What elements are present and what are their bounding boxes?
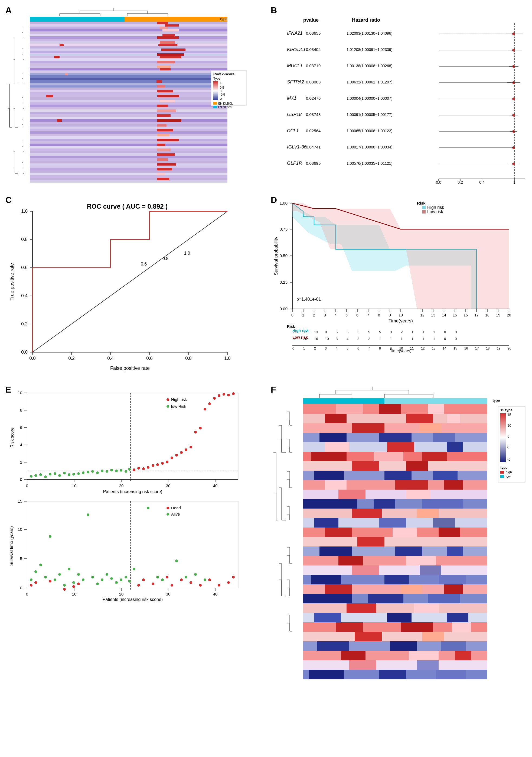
svg-rect-5 [30, 24, 227, 27]
svg-point-475 [152, 583, 154, 585]
svg-rect-536 [303, 499, 357, 508]
svg-rect-500 [379, 404, 401, 414]
svg-rect-511 [379, 433, 411, 442]
svg-rect-98 [30, 173, 227, 175]
svg-rect-3 [30, 22, 227, 24]
svg-text:1: 1 [433, 337, 435, 341]
svg-text:17: 17 [475, 347, 479, 350]
svg-rect-40 [30, 78, 227, 80]
svg-text:15 type: 15 type [500, 408, 513, 412]
svg-rect-87 [157, 153, 175, 156]
svg-text:10: 10 [507, 423, 511, 428]
svg-text:CCL1: CCL1 [287, 128, 299, 133]
svg-text:0.8: 0.8 [162, 256, 168, 261]
svg-rect-222 [422, 210, 426, 214]
pvalue-header: pvalue [303, 17, 319, 23]
svg-point-400 [194, 431, 197, 434]
svg-rect-521 [303, 461, 487, 470]
svg-text:5: 5 [347, 330, 349, 334]
svg-text:0.50: 0.50 [280, 253, 288, 258]
svg-rect-70 [30, 127, 227, 129]
svg-text:10: 10 [17, 527, 22, 531]
svg-point-454 [110, 577, 113, 580]
svg-rect-104 [60, 44, 64, 46]
svg-point-365 [30, 475, 33, 478]
svg-point-373 [68, 473, 70, 476]
svg-text:20: 20 [119, 483, 124, 488]
svg-text:8: 8 [336, 337, 338, 341]
svg-text:30: 30 [166, 483, 171, 488]
svg-rect-99 [157, 173, 165, 175]
svg-rect-601 [379, 670, 406, 679]
svg-rect-31 [157, 61, 175, 63]
svg-text:5: 5 [357, 330, 359, 334]
svg-point-439 [39, 563, 42, 566]
svg-text:0: 0 [293, 347, 294, 350]
svg-text:1: 1 [422, 337, 424, 341]
svg-rect-56 [30, 105, 227, 107]
svg-rect-540 [352, 508, 382, 518]
svg-text:1.0: 1.0 [21, 209, 28, 214]
survival-y-label: Survival probability [273, 236, 279, 275]
svg-rect-58 [30, 107, 227, 109]
svg-text:40: 40 [213, 483, 218, 488]
svg-text:IGLV1-36: IGLV1-36 [287, 144, 306, 150]
svg-text:5: 5 [368, 330, 370, 334]
svg-rect-534 [406, 490, 431, 499]
hr-header: Hazard ratio [352, 17, 380, 23]
svg-rect-525 [314, 470, 344, 480]
svg-text:1: 1 [379, 337, 381, 341]
svg-rect-25 [30, 53, 227, 56]
svg-text:0.6: 0.6 [141, 262, 147, 266]
svg-rect-80 [30, 144, 227, 146]
panel-e-label: E [5, 385, 11, 395]
svg-point-461 [156, 576, 159, 578]
svg-point-386 [128, 468, 131, 470]
svg-text:2: 2 [314, 347, 316, 350]
svg-text:0.02564: 0.02564 [306, 129, 321, 133]
svg-rect-103 [30, 180, 227, 183]
svg-rect-523 [406, 461, 428, 470]
svg-rect-76 [30, 136, 227, 139]
svg-rect-57 [157, 105, 168, 107]
svg-rect-24 [30, 51, 227, 53]
svg-text:3: 3 [390, 330, 392, 334]
svg-rect-560 [352, 565, 379, 575]
svg-text:10: 10 [72, 483, 77, 488]
svg-rect-527 [433, 470, 458, 480]
svg-text:6: 6 [357, 347, 359, 350]
svg-rect-81 [157, 144, 165, 146]
svg-rect-514 [325, 442, 349, 452]
svg-text:1.01208(1.00091~1.02339): 1.01208(1.00091~1.02339) [347, 47, 392, 52]
svg-text:1: 1 [411, 330, 413, 334]
svg-rect-74 [30, 134, 227, 136]
svg-rect-0 [30, 17, 125, 22]
svg-rect-19 [30, 44, 227, 46]
svg-point-465 [194, 573, 197, 576]
svg-rect-124 [213, 106, 217, 108]
heatmap-f-svg: type [271, 385, 528, 683]
svg-rect-512 [433, 433, 455, 442]
svg-rect-12 [30, 34, 227, 36]
svg-rect-67 [30, 122, 227, 124]
svg-point-471 [72, 585, 75, 588]
svg-rect-122 [213, 102, 217, 105]
svg-point-372 [63, 472, 66, 474]
p-value-label: p=1.401e-01 [296, 297, 321, 302]
svg-point-388 [137, 467, 140, 469]
svg-point-411 [166, 405, 169, 408]
svg-rect-48 [157, 90, 173, 92]
svg-point-366 [34, 474, 37, 477]
svg-rect-503 [325, 414, 347, 423]
svg-point-458 [128, 580, 131, 583]
svg-rect-20 [158, 44, 177, 46]
svg-rect-35 [30, 68, 227, 71]
heatmap-a-svg: Type [5, 5, 249, 190]
panel-a: A Type [5, 5, 249, 190]
svg-text:0.25: 0.25 [280, 280, 288, 285]
svg-text:40: 40 [213, 592, 218, 596]
svg-point-437 [30, 578, 33, 581]
svg-point-368 [44, 475, 47, 478]
svg-point-397 [180, 451, 183, 454]
svg-text:High risk: High risk [171, 397, 187, 402]
